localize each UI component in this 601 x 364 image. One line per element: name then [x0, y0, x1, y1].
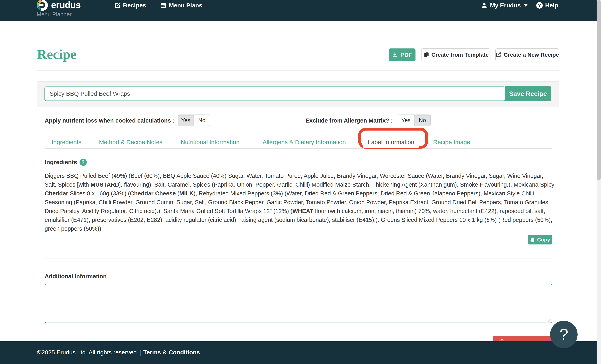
- section-divider: [45, 331, 552, 331]
- section-divider: [45, 258, 552, 258]
- toggle-group: YesNo: [398, 115, 431, 126]
- additional-info-textarea[interactable]: [45, 284, 552, 323]
- recipe-panel: Save Recipe Apply nutrient loss when coo…: [37, 81, 559, 364]
- recipe-panel-heading: Save Recipe: [37, 81, 559, 107]
- logo-crossbar: [39, 4, 43, 6]
- chevron-down-icon: [524, 4, 528, 7]
- tab-allergens-dietary-information[interactable]: Allergens & Dietary Information: [263, 139, 346, 146]
- section-divider: [45, 254, 552, 254]
- ingredients-text: Diggers BBQ Pulled Beef (49%) (Beef (60%…: [45, 171, 554, 233]
- header-divider: [37, 70, 559, 71]
- terms-link[interactable]: Terms & Conditions: [143, 349, 200, 356]
- question-circle-icon: ?: [536, 2, 543, 9]
- scrollbar-thumb[interactable]: [597, 0, 601, 180]
- toggle-option-yes[interactable]: Yes: [178, 115, 194, 126]
- copy-button[interactable]: Copy: [528, 235, 552, 245]
- toggle-group: YesNo: [178, 115, 210, 126]
- nav-item-recipes[interactable]: Recipes: [114, 2, 146, 9]
- brand-name[interactable]: erudus: [51, 0, 80, 10]
- floating-help-button[interactable]: ?: [550, 321, 578, 348]
- tab-ingredients[interactable]: Ingredients: [52, 139, 81, 146]
- navbar-left-items: RecipesMenu Plans: [114, 0, 202, 11]
- create-new-recipe-button[interactable]: Create a New Recipe: [495, 49, 559, 61]
- download-icon: [392, 52, 398, 58]
- question-circle-icon[interactable]: ?: [80, 158, 87, 166]
- additional-info-heading: Additional Information: [45, 273, 107, 280]
- top-navbar: erudus Menu Planner RecipesMenu Plans My…: [0, 0, 601, 21]
- erudus-logo-icon[interactable]: [37, 0, 48, 11]
- template-paste-icon: [423, 52, 429, 58]
- tab-label-information[interactable]: Label Information: [363, 136, 419, 148]
- toggle-option-no[interactable]: No: [414, 115, 431, 126]
- footer: ©2025 Erudus Ltd. All rights reserved. |…: [0, 341, 601, 364]
- edit-square-icon: [496, 52, 501, 58]
- tab-recipe-image[interactable]: Recipe Image: [433, 139, 470, 146]
- nav-item-label: Menu Plans: [169, 2, 202, 9]
- copyright-text: ©2025 Erudus Ltd. All rights reserved. |: [37, 349, 143, 356]
- toggle-label: Exclude from Allergen Matrix? :: [306, 117, 393, 124]
- toggle-option-yes[interactable]: Yes: [398, 115, 414, 126]
- save-recipe-button[interactable]: Save Recipe: [505, 86, 551, 101]
- recipe-name-input[interactable]: [44, 87, 505, 101]
- user-icon: [481, 2, 488, 9]
- toggle-option-no[interactable]: No: [194, 115, 210, 126]
- tab-method-recipe-notes[interactable]: Method & Recipe Notes: [99, 139, 162, 146]
- recipe-panel-body: Apply nutrient loss when cooked calculat…: [37, 107, 559, 364]
- nav-item-my-erudus[interactable]: My Erudus: [481, 2, 528, 9]
- tab-nutritional-information[interactable]: Nutritional Information: [181, 139, 239, 146]
- edit-square-icon: [114, 2, 120, 9]
- scrollbar-track[interactable]: [597, 0, 601, 364]
- toggle-label: Apply nutrient loss when cooked calculat…: [45, 117, 174, 124]
- resize-grip[interactable]: [547, 318, 551, 322]
- navbar-right-items: My Erudus?Help: [481, 0, 558, 11]
- clipboard-copy-icon: [530, 237, 535, 243]
- nav-item-label: Recipes: [123, 2, 146, 9]
- brand-subtitle: Menu Planner: [37, 11, 71, 18]
- ingredients-heading: Ingredients ?: [45, 158, 87, 166]
- pdf-button[interactable]: PDF: [389, 49, 415, 61]
- create-from-template-button[interactable]: Create from Template: [421, 49, 491, 61]
- nav-item-label: Help: [545, 2, 558, 9]
- nav-item-help[interactable]: ?Help: [536, 2, 558, 9]
- nav-item-menu-plans[interactable]: Menu Plans: [160, 2, 202, 9]
- calendar-icon: [160, 2, 167, 9]
- nav-item-label: My Erudus: [490, 2, 521, 9]
- page-title: Recipe: [37, 47, 76, 62]
